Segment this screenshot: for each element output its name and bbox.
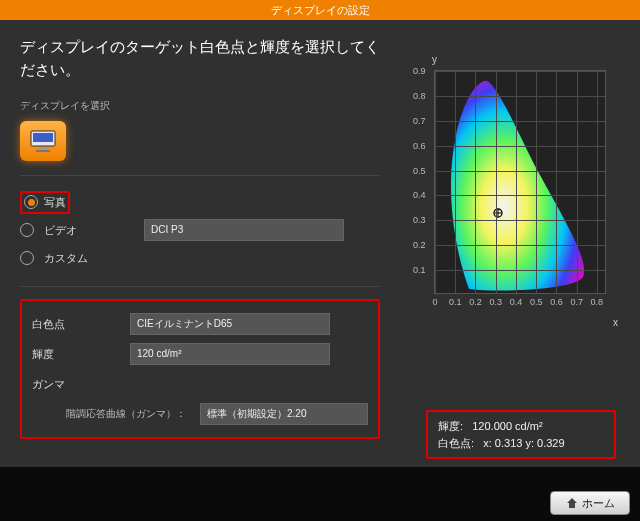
radio-video[interactable] [20,223,34,237]
cie-gamut-shape [435,71,607,295]
luminance-label: 輝度 [32,347,122,362]
main-content: ディスプレイのターゲット白色点と輝度を選択してください。 ディスプレイを選択 写… [0,20,640,467]
highlight-photo: 写真 [20,191,70,214]
home-button-label: ホーム [582,496,615,511]
radio-custom-label: カスタム [44,251,134,266]
radio-video-label: ビデオ [44,223,134,238]
preset-video-row[interactable]: ビデオ DCI P3 [20,216,380,244]
right-panel: y [400,20,640,467]
readout-luminance-row: 輝度: 120.000 cd/m² [438,418,604,435]
readout-highlight: 輝度: 120.000 cd/m² 白色点: x: 0.313 y: 0.329 [426,410,616,459]
luminance-select[interactable]: 120 cd/m² [130,343,330,365]
white-point-label: 白色点 [32,317,122,332]
preset-custom-row[interactable]: カスタム [20,244,380,272]
radio-custom[interactable] [20,251,34,265]
luminance-row: 輝度 120 cd/m² [32,339,368,369]
readout-lum-label: 輝度: [438,420,463,432]
readout-wp-label: 白色点: [438,437,474,449]
preset-photo-row[interactable]: 写真 [20,188,380,216]
x-axis-title: x [613,317,618,328]
radio-photo[interactable] [24,195,38,209]
white-point-select[interactable]: CIEイルミナントD65 [130,313,330,335]
settings-highlight: 白色点 CIEイルミナントD65 輝度 120 cd/m² ガンマ 階調応答曲線… [20,299,380,439]
readout-lum-value: 120.000 cd/m² [472,420,542,432]
y-axis-title: y [432,54,437,65]
readout-whitepoint-row: 白色点: x: 0.313 y: 0.329 [438,435,604,452]
left-panel: ディスプレイのターゲット白色点と輝度を選択してください。 ディスプレイを選択 写… [0,20,400,467]
readout-wp-value: x: 0.313 y: 0.329 [483,437,564,449]
svg-rect-1 [33,133,53,142]
svg-rect-2 [39,147,47,150]
svg-rect-3 [36,150,50,152]
white-point-row: 白色点 CIEイルミナントD65 [32,309,368,339]
divider [20,175,380,176]
chromaticity-chart: y [408,70,620,360]
window-titlebar: ディスプレイの設定 [0,0,640,20]
select-display-label: ディスプレイを選択 [20,99,380,113]
chart-plot-area: 00.10.20.30.40.50.60.70.80.10.20.30.40.5… [434,70,606,294]
divider-2 [20,286,380,287]
trc-label: 階調応答曲線（ガンマ）： [32,407,192,421]
gamma-row: ガンマ [32,369,368,399]
trc-row: 階調応答曲線（ガンマ）： 標準（初期設定）2.20 [32,399,368,429]
page-heading: ディスプレイのターゲット白色点と輝度を選択してください。 [20,36,380,81]
monitor-icon [29,129,57,153]
video-colorspace-select[interactable]: DCI P3 [144,219,344,241]
gamma-label: ガンマ [32,377,122,392]
display-thumbnail[interactable] [20,121,66,161]
radio-photo-label: 写真 [44,195,66,210]
home-button[interactable]: ホーム [550,491,630,515]
home-icon [566,497,578,509]
trc-select[interactable]: 標準（初期設定）2.20 [200,403,368,425]
